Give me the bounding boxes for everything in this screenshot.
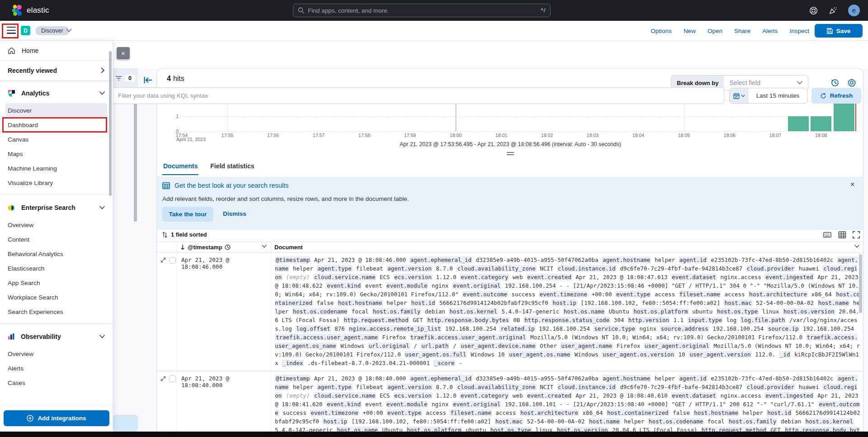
sidebar-item-elasticsearch[interactable]: Elasticsearch: [0, 261, 113, 276]
sidebar-item-discover[interactable]: Discover: [5, 103, 107, 118]
field-name-chip: host.id: [410, 299, 436, 306]
field-name-chip: source.ip: [767, 325, 800, 332]
sidebar-item-obs-overview[interactable]: Overview: [0, 347, 113, 361]
chevron-down-icon: [741, 95, 745, 97]
field-name-chip: host.ip: [552, 299, 577, 306]
collapse-sidebar-icon[interactable]: [143, 75, 154, 86]
elastic-brand[interactable]: elastic: [12, 5, 49, 16]
dismiss-button[interactable]: Dismiss: [223, 210, 246, 217]
tab-field-statistics[interactable]: Field statistics: [209, 160, 255, 175]
news-icon[interactable]: [829, 6, 837, 15]
discover-main-panel: 4hits Break down by Select field 21017:5…: [156, 68, 863, 432]
chevron-down-icon[interactable]: [262, 245, 267, 248]
nav-scrollbar[interactable]: [109, 51, 112, 196]
current-time-marker: [855, 101, 857, 131]
sidebar-section-enterprise-search[interactable]: Enterprise Search: [0, 198, 113, 218]
grid-scrollbar[interactable]: [859, 254, 862, 313]
column-header-timestamp[interactable]: @timestamp: [180, 244, 231, 251]
sidebar-item-search-experiences[interactable]: Search Experiences: [0, 304, 113, 319]
field-name-chip: log.file.path: [740, 317, 786, 323]
sidebar-section-analytics[interactable]: Analytics: [0, 83, 113, 103]
field-name-chip: user_agent.device.name: [460, 342, 537, 349]
sorted-fields-button[interactable]: 1 field sorted: [162, 231, 207, 238]
sorted-fields-label: 1 field sorted: [171, 231, 207, 238]
share-button[interactable]: Share: [734, 28, 750, 34]
sidebar-item-dashboard[interactable]: Dashboard: [0, 118, 113, 132]
global-search-input[interactable]: [308, 7, 537, 14]
sidebar-item-visualize-library[interactable]: Visualize Library: [0, 176, 113, 190]
date-quick-select[interactable]: [730, 88, 749, 103]
sidebar-item-workplace-search[interactable]: Workplace Search: [0, 290, 113, 304]
field-name-chip: agent.ephemeral_id: [410, 375, 472, 382]
filters-button[interactable]: 0: [112, 68, 138, 88]
app-menu-bar: D Discover Options New Open Share Alerts…: [0, 21, 868, 41]
sidebar-item-canvas[interactable]: Canvas: [0, 132, 113, 147]
chevron-down-icon[interactable]: [854, 245, 859, 248]
field-list-scrollbar[interactable]: [134, 90, 137, 222]
chevron-down-icon: [99, 91, 105, 95]
keyboard-icon[interactable]: [823, 231, 831, 239]
time-range-value[interactable]: Last 15 minutes: [749, 88, 807, 103]
open-button[interactable]: Open: [708, 28, 722, 34]
inspect-button[interactable]: Inspect: [789, 28, 809, 34]
row-checkbox[interactable]: [169, 257, 176, 264]
field-name-chip: host.hostname: [693, 409, 739, 416]
sidebar-item-app-search[interactable]: App Search: [0, 276, 113, 290]
field-name-chip: nginx.access.remote_ip_list: [348, 325, 442, 332]
sidebar-item-obs-alerts[interactable]: Alerts: [0, 361, 113, 375]
column-header-document[interactable]: Document: [274, 244, 303, 251]
refresh-button-label: Refresh: [830, 92, 853, 99]
empty-value: (empty): [286, 392, 310, 399]
sidebar-item-machine-learning[interactable]: Machine Learning: [0, 161, 113, 176]
global-search-box[interactable]: ^/: [293, 4, 551, 17]
hidden-action-button[interactable]: [113, 415, 138, 432]
field-name-chip: agent.id: [679, 256, 708, 263]
add-integrations-button[interactable]: Add integrations: [4, 410, 109, 426]
expand-row-icon[interactable]: [160, 375, 166, 382]
close-icon[interactable]: ×: [850, 180, 854, 189]
sidebar-item-es-overview[interactable]: Overview: [0, 218, 113, 232]
row-checkbox[interactable]: [169, 375, 176, 382]
new-button[interactable]: New: [684, 28, 696, 34]
field-name-chip: traefik.access.user_agent.name: [275, 334, 379, 341]
section-label: Enterprise Search: [21, 204, 99, 211]
sidebar-item-cases[interactable]: Cases: [0, 375, 113, 390]
history-icon[interactable]: [830, 78, 840, 87]
sidebar-section-observability[interactable]: Observability: [0, 327, 113, 347]
save-button[interactable]: Save: [815, 24, 863, 38]
sidebar-item-behavioral-analytics[interactable]: Behavioral Analytics: [0, 247, 113, 261]
chevron-down-icon: [797, 81, 802, 85]
chart-resize-handle[interactable]: [507, 152, 514, 157]
help-icon[interactable]: [809, 6, 818, 15]
take-tour-button[interactable]: Take the tour: [162, 207, 213, 222]
options-button[interactable]: Options: [651, 28, 672, 34]
field-name-chip: @timestamp: [275, 256, 311, 263]
breadcrumb[interactable]: Discover: [35, 26, 69, 35]
sidebar-item-maps[interactable]: Maps: [0, 147, 113, 161]
kql-filter-input[interactable]: [108, 87, 724, 104]
chevron-down-icon[interactable]: [66, 28, 72, 33]
refresh-button[interactable]: Refresh: [811, 88, 861, 104]
sidebar-item-home[interactable]: Home: [0, 41, 113, 61]
tour-callout: Get the best look at your search results…: [157, 177, 863, 230]
field-name-chip: url.original: [368, 342, 410, 349]
field-name-chip: event.dataset: [671, 392, 717, 399]
grid-display-icon[interactable]: [838, 231, 846, 239]
expand-row-icon[interactable]: [160, 257, 166, 263]
alerts-button[interactable]: Alerts: [762, 28, 778, 34]
close-icon[interactable]: ×: [117, 47, 130, 59]
menu-icon[interactable]: [7, 27, 16, 34]
field-name-chip: host.os.name: [563, 308, 605, 315]
tab-documents[interactable]: Documents: [162, 160, 198, 175]
sidebar-item-content[interactable]: Content: [0, 232, 113, 247]
chevron-down-icon: [99, 206, 105, 209]
table-icon: [162, 182, 170, 189]
space-avatar[interactable]: D: [21, 26, 30, 35]
user-avatar[interactable]: e: [848, 5, 860, 16]
gear-icon[interactable]: [847, 78, 856, 87]
search-shortcut-hint: ^/: [541, 7, 546, 14]
result-tabs: Documents Field statistics: [162, 160, 255, 175]
x-axis-label: 17:58: [354, 133, 375, 138]
fullscreen-icon[interactable]: [852, 231, 860, 239]
sidebar-recently-viewed[interactable]: Recently viewed: [0, 61, 113, 81]
